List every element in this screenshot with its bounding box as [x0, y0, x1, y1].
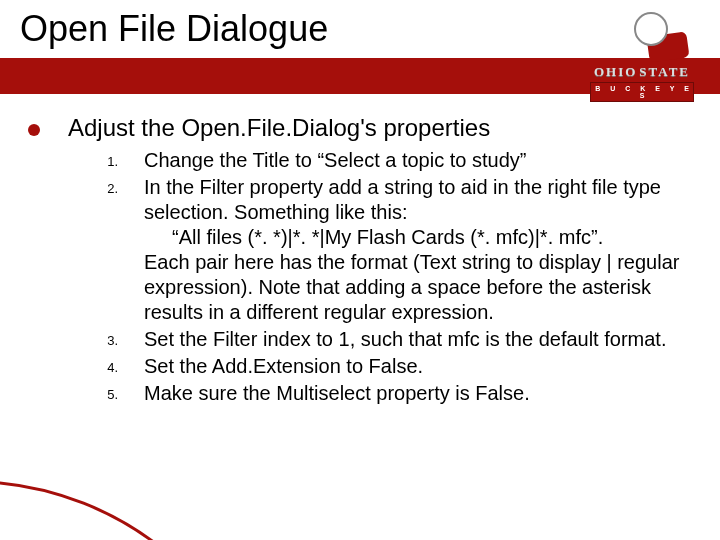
list-text: Change the Title to “Select a topic to s… — [144, 148, 526, 173]
logo-text-buckeyes: B U C K E Y E S — [590, 82, 694, 102]
list-text: Set the Add.Extension to False. — [144, 354, 423, 379]
logo-text-state: STATE — [639, 64, 690, 79]
decorative-arc — [0, 480, 280, 540]
list-text: Set the Filter index to 1, such that mfc… — [144, 327, 666, 352]
numbered-list: 1. Change the Title to “Select a topic t… — [102, 148, 682, 406]
list-item: 4. Set the Add.Extension to False. — [102, 354, 682, 379]
list-text: Make sure the Multiselect property is Fa… — [144, 381, 530, 406]
logo-text-ohio: OHIO — [594, 64, 637, 79]
list-text-cont: Each pair here has the format (Text stri… — [144, 251, 679, 323]
list-number: 4. — [102, 354, 118, 375]
mascot-icon — [634, 6, 692, 64]
bullet-icon — [28, 124, 40, 136]
ohio-state-logo: OHIOSTATE B U C K E Y E S — [582, 8, 702, 96]
list-text: In the Filter property add a string to a… — [144, 175, 682, 325]
list-number: 2. — [102, 175, 118, 196]
logo-wordmark: OHIOSTATE B U C K E Y E S — [582, 62, 702, 102]
list-text-indent: “All files (*. *)|*. *|My Flash Cards (*… — [144, 225, 682, 250]
list-number: 3. — [102, 327, 118, 348]
slide: Open File Dialogue OHIOSTATE B U C K E Y… — [0, 0, 720, 540]
content-area: Adjust the Open.File.Dialog's properties… — [28, 114, 692, 408]
list-number: 5. — [102, 381, 118, 402]
bullet-item: Adjust the Open.File.Dialog's properties — [28, 114, 692, 142]
list-text-line: In the Filter property add a string to a… — [144, 176, 661, 223]
list-item: 2. In the Filter property add a string t… — [102, 175, 682, 325]
bullet-text: Adjust the Open.File.Dialog's properties — [68, 114, 490, 142]
list-item: 3. Set the Filter index to 1, such that … — [102, 327, 682, 352]
list-item: 5. Make sure the Multiselect property is… — [102, 381, 682, 406]
list-number: 1. — [102, 148, 118, 169]
list-item: 1. Change the Title to “Select a topic t… — [102, 148, 682, 173]
